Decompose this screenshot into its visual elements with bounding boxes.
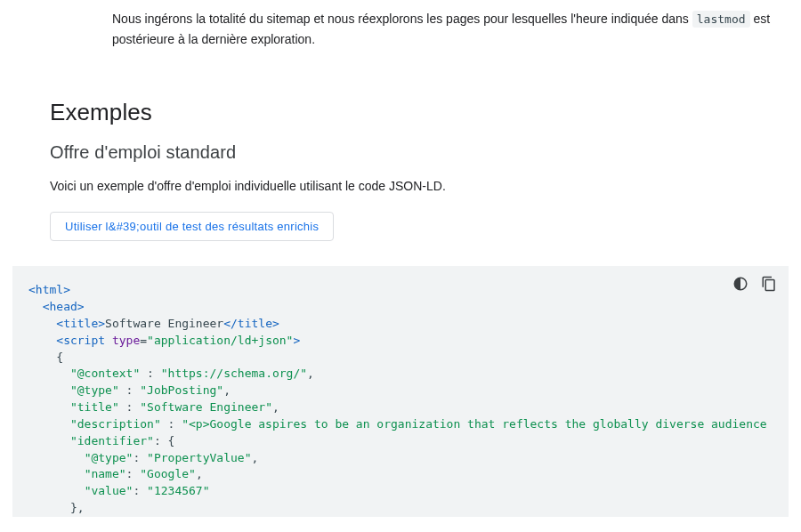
example-intro-text: Voici un exemple d'offre d'emploi indivi…: [50, 177, 774, 196]
code-actions-bar: [730, 273, 780, 294]
intro-line1: Nous ingérons la totalité du sitemap et …: [112, 12, 689, 26]
subsection-heading-standard-job: Offre d'emploi standard: [50, 142, 774, 163]
rich-results-test-button[interactable]: Utiliser l&#39;outil de test des résulta…: [50, 212, 334, 241]
copy-icon[interactable]: [758, 273, 780, 294]
code-sample-block: <html> <head> <title>Software Engineer</…: [12, 266, 789, 517]
section-heading-examples: Exemples: [50, 99, 774, 126]
code-sample: <html> <head> <title>Software Engineer</…: [28, 282, 773, 517]
document-content: Nous ingérons la totalité du sitemap et …: [0, 0, 801, 241]
inline-code-lastmod: lastmod: [692, 11, 750, 28]
theme-toggle-icon[interactable]: [730, 273, 751, 294]
intro-paragraph: Nous ingérons la totalité du sitemap et …: [112, 9, 774, 49]
